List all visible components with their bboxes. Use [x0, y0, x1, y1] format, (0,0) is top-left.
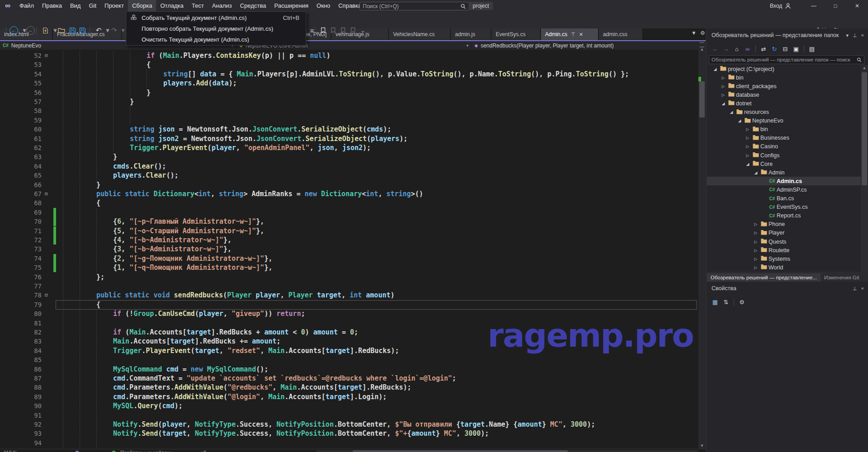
tree-scrollbar[interactable]: ▲ [861, 65, 868, 272]
scrollbar-thumb[interactable] [353, 450, 568, 452]
menu-item[interactable]: Повторно собрать Текущий документ (Admin… [126, 23, 306, 34]
tree-item-Casino[interactable]: ▷Casino [707, 142, 861, 151]
code-line-65[interactable]: 65players.Clear(); [0, 171, 698, 180]
tree-item-Quests[interactable]: ▷Quests [707, 237, 861, 246]
prev-bookmark-icon[interactable] [328, 25, 337, 35]
health-check-icon[interactable] [112, 451, 116, 452]
tree-item-Player[interactable]: ▷Player [707, 229, 861, 237]
code-line-54[interactable]: 54string[] data = { Main.Players[p].Admi… [0, 70, 698, 79]
task-list-icon[interactable]: ≡ [308, 25, 317, 35]
menu-Расширения[interactable]: Расширения [270, 0, 313, 12]
expand-icon[interactable]: ▷ [744, 144, 751, 149]
scroll-up-icon[interactable]: ▲ [861, 65, 868, 71]
tree-item-Ban.cs[interactable]: C#Ban.cs [707, 194, 861, 203]
tree-item-bin[interactable]: ▷bin [707, 73, 861, 82]
tree-item-NeptuneEvo[interactable]: ◢NeptuneEvo [707, 117, 861, 125]
code-line-61[interactable]: 61string json2 = Newtonsoft.Json.JsonCon… [0, 134, 698, 143]
code-line-64[interactable]: 64cmds.Clear(); [0, 162, 698, 171]
tab-EventSys.cs[interactable]: EventSys.cs [492, 28, 540, 40]
code-line-57[interactable]: 57} [0, 97, 698, 106]
fold-marker-icon[interactable]: ⊟ [45, 189, 48, 198]
expand-icon[interactable]: ▷ [744, 153, 751, 158]
home-icon[interactable]: ⌂ [732, 46, 741, 52]
menu-Правка[interactable]: Правка [38, 0, 66, 12]
code-line-72[interactable]: 72{4, "[~b~Administrator~w~]"}, [0, 235, 698, 245]
tools-icon[interactable]: ⚙ [737, 299, 746, 306]
editor-horizontal-scrollbar[interactable] [317, 450, 698, 452]
expand-icon[interactable]: ▷ [720, 93, 727, 97]
code-line-71[interactable]: 71{5, "[~o~Старший Administrator~w~]"}, [0, 226, 698, 235]
expand-icon[interactable]: ▷ [720, 84, 727, 89]
collapse-icon[interactable]: ◢ [752, 170, 759, 175]
tree-item-Systems[interactable]: ▷Systems [707, 254, 861, 263]
tree-item-database[interactable]: ▷database [707, 90, 861, 99]
code-line-63[interactable]: 63} [0, 152, 698, 161]
tree-item-Roulette[interactable]: ▷Roulette [707, 246, 861, 254]
tree-item-Admin.cs[interactable]: C#Admin.cs [707, 177, 861, 185]
zoom-level-dropdown[interactable]: 110 % [4, 450, 26, 452]
menu-Git[interactable]: Git [85, 0, 100, 12]
maximize-button[interactable]: □ [825, 0, 846, 12]
close-icon[interactable]: × [861, 286, 864, 291]
solution-search-box[interactable]: Обозреватель решений — представление пап… [709, 55, 864, 64]
new-project-icon[interactable] [41, 25, 50, 35]
editor-vertical-scrollbar[interactable]: ▲ ▼ [698, 42, 706, 449]
code-line-83[interactable]: 83Main.Accounts[target].RedBucks += amou… [0, 337, 698, 346]
expand-icon[interactable]: ▷ [720, 75, 727, 80]
scroll-down-icon[interactable]: ▼ [698, 443, 706, 449]
code-line-75[interactable]: 75{1, "[~q~Помощник Administratora~w~]"}… [0, 263, 698, 272]
tab-admin.css[interactable]: admin.css [599, 28, 642, 40]
code-line-91[interactable]: 91 [0, 411, 698, 420]
expand-icon[interactable]: ▷ [752, 231, 759, 235]
close-button[interactable]: ✕ [846, 0, 868, 12]
code-line-53[interactable]: 53{ [0, 60, 698, 69]
code-line-88[interactable]: 88cmd.Parameters.AddWithValue("@redbucks… [0, 383, 698, 392]
sync-active-document-icon[interactable]: ⇄ [759, 46, 768, 52]
chevron-down-icon[interactable]: ▾ [846, 33, 849, 38]
save-icon[interactable] [68, 25, 77, 35]
menu-Проект[interactable]: Проект [100, 0, 128, 12]
clear-bookmarks-icon[interactable] [348, 25, 357, 35]
tab-settings-gear-icon[interactable]: ⚙ [700, 30, 705, 36]
code-line-59[interactable]: 59 [0, 116, 698, 125]
pending-edits-badge[interactable]: +2 [200, 450, 206, 452]
menu-Тест[interactable]: Тест [188, 0, 208, 12]
tree-item-World[interactable]: ▷World [707, 263, 861, 272]
code-line-81[interactable]: 81 [0, 319, 698, 328]
scrollbar-thumb[interactable] [699, 81, 705, 118]
code-line-90[interactable]: 90MySQL.Query(cmd); [0, 401, 698, 410]
menu-Анализ[interactable]: Анализ [208, 0, 236, 12]
code-line-94[interactable]: 94 [0, 438, 698, 447]
code-line-76[interactable]: 76}; [0, 273, 698, 282]
code-line-56[interactable]: 56} [0, 88, 698, 97]
refresh-icon[interactable]: ↻ [770, 46, 779, 52]
collapse-all-icon[interactable]: ⊟ [781, 46, 790, 52]
tab-admin.js[interactable]: admin.js [451, 28, 491, 40]
code-line-73[interactable]: 73{3, "[~b~Administrator~w~]"}, [0, 245, 698, 254]
pin-icon[interactable]: ⊥ [853, 286, 857, 292]
tab-git-changes[interactable]: Изменения Git [821, 273, 863, 282]
quick-search-box[interactable]: Поиск (Ctrl+Q) [360, 2, 469, 10]
nav-back-button[interactable]: ← [9, 25, 18, 35]
code-line-84[interactable]: 84Trigger.PlayerEvent(target, "redset", … [0, 346, 698, 355]
close-tab-icon[interactable]: ✕ [579, 32, 583, 38]
undo-icon[interactable]: ↶ [94, 25, 103, 35]
code-line-86[interactable]: 86MySqlCommand cmd = new MySqlCommand(); [0, 365, 698, 374]
alphabetical-icon[interactable]: ⇅ [721, 299, 730, 306]
expand-icon[interactable]: ▷ [744, 136, 751, 140]
code-line-52[interactable]: 52⊟if (Main.Players.ContainsKey(p) || p … [0, 51, 698, 60]
tab-solution-explorer[interactable]: Обозреватель решений — представление... [707, 273, 821, 282]
tree-item-bin[interactable]: ▷bin [707, 125, 861, 134]
project-badge[interactable]: project [469, 2, 493, 10]
tree-item-Phone[interactable]: ▷Phone [707, 220, 861, 229]
code-line-69[interactable]: 69 [0, 208, 698, 217]
code-line-74[interactable]: 74{2, "[~g~Помощник Administratora~w~]"}… [0, 254, 698, 263]
code-line-66[interactable]: 66} [0, 180, 698, 189]
toolbar-overflow-icon[interactable]: ⌄ [358, 25, 367, 35]
code-line-92[interactable]: 92Notify.Send(player, NotifyType.Success… [0, 420, 698, 429]
tree-item-resources[interactable]: ◢resources [707, 108, 861, 117]
menu-Средства[interactable]: Средства [236, 0, 270, 12]
menu-Вид[interactable]: Вид [66, 0, 85, 12]
tab-Admin.cs[interactable]: Admin.cs⊤✕ [541, 28, 598, 40]
code-line-89[interactable]: 89cmd.Parameters.AddWithValue("@login", … [0, 392, 698, 401]
